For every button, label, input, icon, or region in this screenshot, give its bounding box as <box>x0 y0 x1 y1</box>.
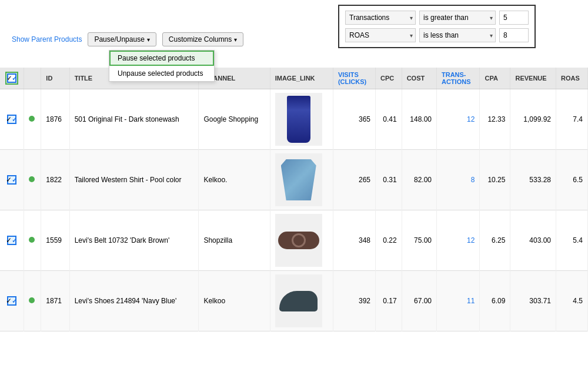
show-parent-products-link[interactable]: Show Parent Products <box>12 35 82 43</box>
row-cost: 82.00 <box>402 150 436 210</box>
table-row: ✓1876501 Original Fit - Dark stonewashGo… <box>0 89 588 150</box>
row-status-cell <box>24 210 41 271</box>
row-image-cell <box>270 210 333 271</box>
row-checkbox[interactable]: ✓ <box>7 175 16 185</box>
product-image-shape <box>278 232 319 249</box>
row-cpc: 0.31 <box>376 150 402 210</box>
products-table-wrapper: ✓ ID TITLE CHANNEL IMAGE_LINK VISITS(CLI… <box>0 68 588 382</box>
operator-select-wrapper-2: is less than is greater than is equal to <box>419 28 496 42</box>
row-revenue: 1,099.92 <box>510 89 556 150</box>
status-dot-icon <box>29 176 35 182</box>
row-visits: 365 <box>333 89 375 150</box>
row-title: 501 Original Fit - Dark stonewash <box>69 89 199 150</box>
toolbar: Show Parent Products Pause/Unpause ▾ Cus… <box>12 32 243 46</box>
row-transactions: 11 <box>436 271 479 331</box>
row-status-cell <box>24 89 41 150</box>
header-cpa: CPA <box>480 68 510 89</box>
row-roas: 5.4 <box>556 210 588 271</box>
product-image <box>275 214 322 267</box>
header-id: ID <box>41 68 69 89</box>
header-image-link: IMAGE_LINK <box>270 68 333 89</box>
header-checkbox-cell: ✓ <box>0 68 24 89</box>
row-checkbox-cell: ✓ <box>0 210 24 271</box>
row-image-cell <box>270 150 333 210</box>
operator-select-wrapper-1: is greater than is less than is equal to <box>419 11 496 25</box>
row-transactions: 8 <box>436 150 479 210</box>
filter-value-2[interactable] <box>499 28 529 42</box>
product-image <box>275 274 322 327</box>
product-image-shape <box>279 291 318 311</box>
product-image-shape <box>281 159 316 200</box>
row-checkbox-cell: ✓ <box>0 271 24 331</box>
row-id: 1871 <box>41 271 69 331</box>
product-image <box>275 153 322 206</box>
row-cpc: 0.22 <box>376 210 402 271</box>
metric-select-2[interactable]: ROAS Transactions Visits Cost <box>345 28 416 42</box>
row-image-cell <box>270 89 333 150</box>
header-cost: COST <box>402 68 436 89</box>
row-id: 1559 <box>41 210 69 271</box>
row-cpa: 12.33 <box>480 89 510 150</box>
customize-dropdown-arrow-icon: ▾ <box>234 36 237 43</box>
operator-select-1[interactable]: is greater than is less than is equal to <box>419 11 496 25</box>
header-status <box>24 68 41 89</box>
metric-select-wrapper-1: Transactions ROAS Visits Cost <box>345 11 416 25</box>
row-transactions: 12 <box>436 210 479 271</box>
row-title: Levi's Shoes 214894 'Navy Blue' <box>69 271 199 331</box>
unpause-selected-menu-item[interactable]: Unpause selected products <box>109 66 214 81</box>
status-dot-icon <box>29 237 35 243</box>
row-revenue: 533.28 <box>510 150 556 210</box>
header-visits: VISITS(CLICKS) <box>333 68 375 89</box>
row-checkbox-cell: ✓ <box>0 150 24 210</box>
row-checkbox-cell: ✓ <box>0 89 24 150</box>
products-table: ✓ ID TITLE CHANNEL IMAGE_LINK VISITS(CLI… <box>0 68 588 331</box>
table-row: ✓1559Levi's Belt 10732 'Dark Brown'Shopz… <box>0 210 588 271</box>
row-cost: 148.00 <box>402 89 436 150</box>
table-row: ✓1871Levi's Shoes 214894 'Navy Blue'Kelk… <box>0 271 588 331</box>
customize-columns-button[interactable]: Customize Columns ▾ <box>162 32 243 46</box>
row-cpc: 0.17 <box>376 271 402 331</box>
row-id: 1876 <box>41 89 69 150</box>
row-revenue: 403.00 <box>510 210 556 271</box>
row-visits: 348 <box>333 210 375 271</box>
row-checkbox[interactable]: ✓ <box>7 296 16 306</box>
header-roas: ROAS <box>556 68 588 89</box>
row-id: 1822 <box>41 150 69 210</box>
dropdown-arrow-icon: ▾ <box>147 36 150 43</box>
row-cpa: 10.25 <box>480 150 510 210</box>
pause-selected-menu-item[interactable]: Pause selected products <box>109 51 214 66</box>
row-channel: Shopzilla <box>199 210 270 271</box>
filter-value-1[interactable] <box>499 11 529 25</box>
row-title: Tailored Western Shirt - Pool color <box>69 150 199 210</box>
pause-unpause-dropdown: Pause selected products Unpause selected… <box>109 50 215 82</box>
row-channel: Kelkoo. <box>199 150 270 210</box>
row-checkbox[interactable]: ✓ <box>7 115 16 124</box>
row-transactions: 12 <box>436 89 479 150</box>
row-status-cell <box>24 150 41 210</box>
row-roas: 6.5 <box>556 150 588 210</box>
header-revenue: REVENUE <box>510 68 556 89</box>
row-channel: Kelkoo <box>199 271 270 331</box>
row-title: Levi's Belt 10732 'Dark Brown' <box>69 210 199 271</box>
product-image-shape <box>287 96 310 143</box>
row-visits: 392 <box>333 271 375 331</box>
customize-columns-label: Customize Columns <box>169 35 232 43</box>
filter-row-roas: ROAS Transactions Visits Cost is less th… <box>345 28 529 42</box>
table-row: ✓1822Tailored Western Shirt - Pool color… <box>0 150 588 210</box>
row-cost: 67.00 <box>402 271 436 331</box>
select-all-checkbox[interactable]: ✓ <box>7 73 16 83</box>
filter-box: Transactions ROAS Visits Cost is greater… <box>338 5 536 48</box>
pause-unpause-button[interactable]: Pause/Unpause ▾ <box>88 32 156 46</box>
row-roas: 7.4 <box>556 89 588 150</box>
metric-select-wrapper-2: ROAS Transactions Visits Cost <box>345 28 416 42</box>
row-checkbox[interactable]: ✓ <box>7 236 16 245</box>
product-image <box>275 93 322 146</box>
row-channel: Google Shopping <box>199 89 270 150</box>
operator-select-2[interactable]: is less than is greater than is equal to <box>419 28 496 42</box>
row-cpa: 6.09 <box>480 271 510 331</box>
row-revenue: 303.71 <box>510 271 556 331</box>
metric-select-1[interactable]: Transactions ROAS Visits Cost <box>345 11 416 25</box>
row-visits: 265 <box>333 150 375 210</box>
row-status-cell <box>24 271 41 331</box>
row-image-cell <box>270 271 333 331</box>
